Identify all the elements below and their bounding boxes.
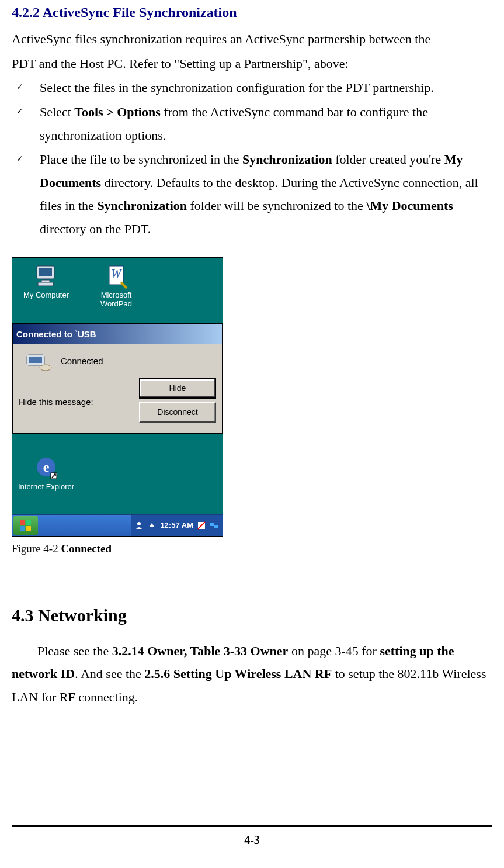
connection-icon xyxy=(25,351,53,372)
windows-logo-icon xyxy=(19,519,32,532)
button-stack: Hide Disconnect xyxy=(139,378,216,426)
taskbar-time: 12:57 AM xyxy=(160,518,193,532)
taskbar: 12:57 AM xyxy=(12,514,223,536)
svg-rect-2 xyxy=(41,280,50,282)
bullet-2-bold: Tools > Options xyxy=(74,105,160,119)
svg-rect-20 xyxy=(214,525,218,528)
screenshot-connected: My Computer W Microsoft WordPad e Intern… xyxy=(12,257,223,537)
bullet-3-pre: Place the file to be synchronized in the xyxy=(40,152,242,167)
hide-button[interactable]: Hide xyxy=(139,378,216,399)
start-button[interactable] xyxy=(13,516,38,535)
svg-rect-13 xyxy=(26,520,31,525)
heading-networking: 4.3 Networking xyxy=(12,600,492,631)
my-computer-label: My Computer xyxy=(23,291,69,299)
svg-text:e: e xyxy=(43,459,50,475)
intro-line-1: ActiveSync files synchronization require… xyxy=(12,27,492,51)
dialog-status-row: Connected xyxy=(19,348,216,375)
dialog-connected-usb: Connected to `USB Connected Hide this me… xyxy=(12,323,223,434)
desktop-icon-my-computer[interactable]: My Computer xyxy=(17,264,75,300)
svg-rect-3 xyxy=(38,282,53,286)
wordpad-icon: W xyxy=(103,264,129,289)
bullet-3-mid-1: folder created you're xyxy=(332,152,444,167)
tray-arrow-icon xyxy=(147,521,157,530)
svg-point-11 xyxy=(40,365,51,371)
figure-caption-bold: Connected xyxy=(61,542,112,555)
svg-rect-1 xyxy=(39,268,52,276)
net-bold-3: 2.5.6 Setting Up Wireless LAN RF xyxy=(144,666,332,681)
net-mid-2: . And see the xyxy=(75,666,144,681)
networking-paragraph: Please see the 3.2.14 Owner, Table 3-33 … xyxy=(12,639,492,709)
net-mid-1: on page 3-45 for xyxy=(288,644,380,658)
bullet-item-3: Place the file to be synchronized in the… xyxy=(12,148,492,240)
svg-rect-15 xyxy=(26,526,31,531)
net-bold-1: 3.2.14 Owner, Table 3-33 Owner xyxy=(112,644,289,658)
heading-activesync-file-sync: 4.2.2 ActiveSync File Synchronization xyxy=(12,0,492,25)
bullet-3-post: directory on the PDT. xyxy=(40,222,151,236)
svg-rect-10 xyxy=(29,357,42,363)
svg-point-16 xyxy=(137,522,141,525)
bullet-item-2: Select Tools > Options from the ActiveSy… xyxy=(12,101,492,147)
figure-container: My Computer W Microsoft WordPad e Intern… xyxy=(12,257,492,559)
desktop-icon-ie[interactable]: e Internet Explorer xyxy=(17,455,75,492)
wordpad-label: Microsoft WordPad xyxy=(100,291,132,309)
tray-speaker-icon xyxy=(197,521,206,530)
net-pre: Please see the xyxy=(37,644,112,658)
bullet-3-bold-4: \My Documents xyxy=(366,198,453,213)
bullet-1-text: Select the files in the synchronization … xyxy=(40,80,434,95)
page-number: 4-3 xyxy=(0,829,504,850)
status-text: Connected xyxy=(61,353,103,369)
figure-caption-pre: Figure 4-2 xyxy=(12,542,61,555)
bullet-3-bold-3: Synchronization xyxy=(97,198,187,213)
intro-line-2: PDT and the Host PC. Refer to "Setting u… xyxy=(12,52,492,75)
monitor-icon xyxy=(33,264,59,289)
bullet-3-bold-1: Synchronization xyxy=(242,152,332,167)
bullet-2-pre: Select xyxy=(40,105,74,119)
bullet-3-mid-3: folder will be synchronized to the xyxy=(187,198,366,213)
desktop-area: My Computer W Microsoft WordPad e Intern… xyxy=(12,258,223,515)
disconnect-button[interactable]: Disconnect xyxy=(139,402,216,423)
svg-rect-12 xyxy=(20,520,25,525)
dialog-button-row: Hide this message: Hide Disconnect xyxy=(19,378,216,426)
figure-caption: Figure 4-2 Connected xyxy=(12,539,492,559)
hide-message-label: Hide this message: xyxy=(19,394,93,410)
system-tray[interactable]: 12:57 AM xyxy=(131,515,223,536)
footer-divider xyxy=(12,825,492,827)
tray-user-icon xyxy=(134,521,144,530)
bullet-item-1: Select the files in the synchronization … xyxy=(12,76,492,99)
dialog-title: Connected to `USB xyxy=(13,324,222,344)
svg-rect-14 xyxy=(20,526,25,531)
tray-network-icon xyxy=(210,521,219,530)
bullet-list: Select the files in the synchronization … xyxy=(12,76,492,240)
svg-rect-19 xyxy=(210,523,214,526)
desktop-icon-wordpad[interactable]: W Microsoft WordPad xyxy=(87,264,145,309)
svg-text:W: W xyxy=(111,267,122,280)
ie-icon: e xyxy=(33,455,59,481)
ie-label: Internet Explorer xyxy=(18,482,74,491)
dialog-body: Connected Hide this message: Hide Discon… xyxy=(13,344,222,433)
